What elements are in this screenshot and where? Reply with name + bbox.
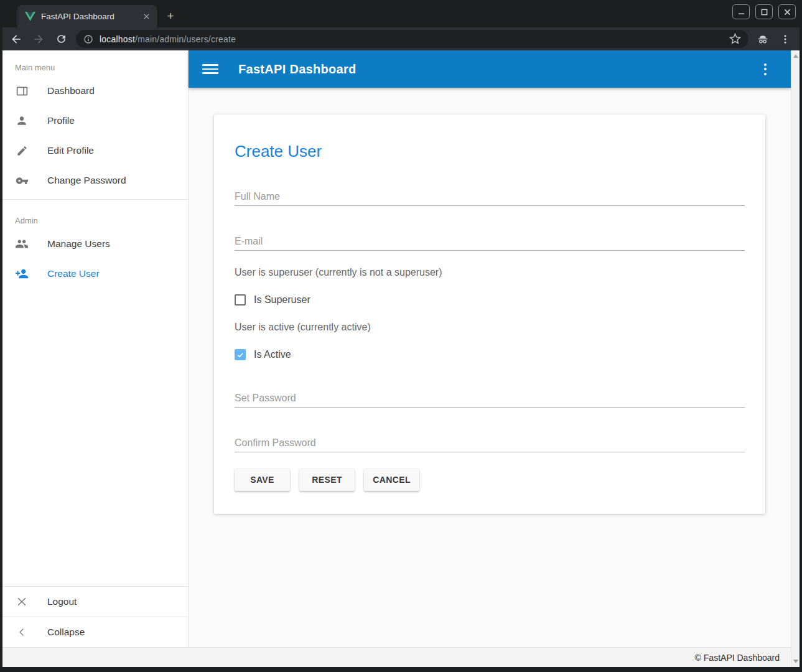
- sidebar-item-logout[interactable]: Logout: [2, 587, 188, 617]
- pencil-icon: [15, 144, 29, 157]
- active-checkbox-row[interactable]: Is Active: [235, 349, 745, 360]
- sidebar-item-label: Manage Users: [47, 238, 110, 250]
- scrollbar-up-arrow[interactable]: [791, 52, 800, 60]
- address-bar[interactable]: localhost/main/admin/users/create: [76, 30, 748, 48]
- sidebar-item-label: Profile: [47, 115, 75, 126]
- sidebar-divider: [2, 199, 188, 200]
- incognito-icon: [755, 31, 771, 47]
- active-checkbox-label[interactable]: Is Active: [254, 349, 291, 360]
- check-icon: [236, 351, 245, 359]
- reset-button[interactable]: RESET: [299, 469, 355, 491]
- scrollbar-down-arrow[interactable]: [791, 657, 800, 666]
- window-controls: [732, 4, 796, 19]
- sidebar-section-main-menu: Main menu: [2, 50, 188, 76]
- sidebar-item-change-password[interactable]: Change Password: [2, 166, 188, 195]
- footer-copyright: © FastAPI Dashboard: [695, 653, 780, 663]
- main-content: Create User User is superuser (currently…: [189, 88, 791, 647]
- sidebar-item-label: Dashboard: [47, 85, 95, 96]
- superuser-checkbox-row[interactable]: Is Superuser: [235, 294, 745, 306]
- chevron-left-icon: [15, 625, 29, 639]
- email-field[interactable]: [235, 232, 745, 251]
- create-user-card: Create User User is superuser (currently…: [214, 114, 765, 514]
- superuser-checkbox-label[interactable]: Is Superuser: [254, 294, 310, 306]
- form-actions: SAVE RESET CANCEL: [235, 469, 745, 491]
- key-icon: [15, 174, 29, 187]
- url-text: localhost/main/admin/users/create: [100, 34, 236, 44]
- window-close-button[interactable]: [778, 4, 796, 19]
- url-path: /main/admin/users/create: [135, 34, 236, 44]
- sidebar-item-manage-users[interactable]: Manage Users: [2, 229, 188, 259]
- full-name-field[interactable]: [235, 187, 745, 206]
- superuser-hint: User is superuser (currently is not a su…: [235, 267, 745, 278]
- superuser-checkbox[interactable]: [235, 294, 246, 306]
- url-host: localhost: [100, 34, 135, 44]
- appbar-overflow-menu-icon[interactable]: [757, 61, 773, 77]
- vue-logo-icon: [25, 12, 35, 21]
- sidebar-item-label: Edit Profile: [47, 145, 94, 156]
- reload-button[interactable]: [52, 30, 70, 48]
- window-maximize-button[interactable]: [755, 4, 773, 19]
- new-tab-button[interactable]: +: [163, 9, 178, 24]
- bookmark-star-icon[interactable]: [729, 33, 741, 45]
- browser-menu-icon[interactable]: [777, 31, 793, 47]
- sidebar-item-create-user[interactable]: Create User: [2, 259, 188, 289]
- forward-button[interactable]: [30, 30, 47, 48]
- menu-hamburger-icon[interactable]: [202, 61, 218, 77]
- appbar-title: FastAPI Dashboard: [238, 62, 357, 77]
- cancel-button[interactable]: CANCEL: [364, 469, 419, 491]
- sidebar-item-profile[interactable]: Profile: [2, 106, 188, 136]
- sidebar-item-dashboard[interactable]: Dashboard: [2, 76, 188, 106]
- sidebar-item-label: Create User: [47, 268, 100, 279]
- people-icon: [15, 237, 29, 251]
- browser-toolbar: localhost/main/admin/users/create: [2, 27, 800, 50]
- active-checkbox[interactable]: [235, 349, 246, 360]
- page-info-icon[interactable]: [83, 34, 93, 44]
- save-button[interactable]: SAVE: [235, 469, 290, 491]
- browser-window: FastAPI Dashboard +: [0, 0, 802, 672]
- page-title: Create User: [235, 114, 745, 161]
- back-button[interactable]: [7, 30, 25, 48]
- tab-close-icon[interactable]: [141, 11, 152, 22]
- person-icon: [15, 114, 29, 128]
- browser-titlebar: FastAPI Dashboard +: [0, 0, 802, 27]
- sidebar-item-label: Change Password: [47, 175, 126, 186]
- sidebar-item-label: Collapse: [47, 627, 85, 638]
- sidebar: Main menu Dashboard Profile Edit Profile: [2, 50, 189, 647]
- tab-title: FastAPI Dashboard: [41, 12, 141, 21]
- sidebar-item-label: Logout: [47, 596, 77, 607]
- browser-tab[interactable]: FastAPI Dashboard: [17, 5, 157, 27]
- appbar: FastAPI Dashboard: [189, 50, 791, 88]
- close-icon: [15, 595, 29, 609]
- sidebar-item-edit-profile[interactable]: Edit Profile: [2, 136, 188, 166]
- set-password-field[interactable]: [235, 389, 745, 408]
- sidebar-bottom: Logout Collapse: [2, 586, 188, 647]
- confirm-password-field[interactable]: [235, 434, 745, 452]
- sidebar-item-collapse[interactable]: Collapse: [2, 617, 188, 647]
- vertical-scrollbar[interactable]: [791, 50, 800, 667]
- dashboard-icon: [15, 84, 29, 98]
- page-viewport: Main menu Dashboard Profile Edit Profile: [2, 50, 800, 667]
- sidebar-section-admin: Admin: [2, 203, 188, 229]
- window-minimize-button[interactable]: [732, 4, 750, 19]
- person-add-icon: [15, 267, 29, 281]
- active-hint: User is active (currently active): [235, 322, 745, 333]
- footer: © FastAPI Dashboard: [2, 647, 791, 667]
